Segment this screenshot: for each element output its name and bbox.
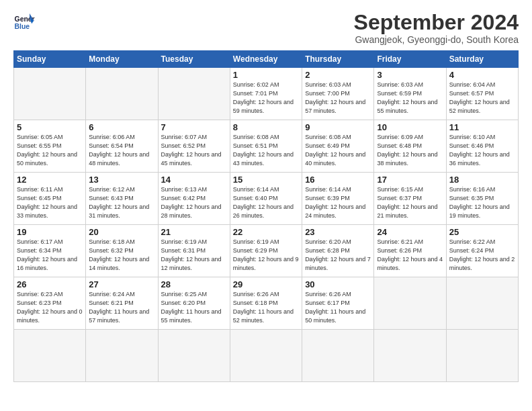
header-sunday: Sunday bbox=[14, 51, 86, 68]
day-number: 23 bbox=[305, 227, 371, 237]
table-row: 14Sunrise: 6:13 AMSunset: 6:42 PMDayligh… bbox=[158, 173, 230, 225]
day-number: 27 bbox=[89, 279, 154, 289]
table-row: 26Sunrise: 6:23 AMSunset: 6:23 PMDayligh… bbox=[14, 277, 86, 330]
header-thursday: Thursday bbox=[302, 51, 374, 68]
day-info: Sunrise: 6:19 AMSunset: 6:29 PMDaylight:… bbox=[233, 238, 299, 273]
calendar-table: Sunday Monday Tuesday Wednesday Thursday… bbox=[13, 50, 519, 382]
day-number: 6 bbox=[89, 122, 154, 132]
day-number: 2 bbox=[305, 70, 371, 80]
table-row: 13Sunrise: 6:12 AMSunset: 6:43 PMDayligh… bbox=[86, 173, 158, 225]
table-row: 18Sunrise: 6:16 AMSunset: 6:35 PMDayligh… bbox=[446, 173, 518, 225]
day-number: 22 bbox=[233, 227, 299, 237]
table-row: 24Sunrise: 6:21 AMSunset: 6:26 PMDayligh… bbox=[374, 225, 446, 277]
table-row bbox=[14, 330, 86, 382]
table-row: 10Sunrise: 6:09 AMSunset: 6:48 PMDayligh… bbox=[374, 120, 446, 173]
day-number: 20 bbox=[89, 227, 154, 237]
day-info: Sunrise: 6:15 AMSunset: 6:37 PMDaylight:… bbox=[377, 185, 443, 220]
day-number: 8 bbox=[233, 122, 299, 132]
day-info: Sunrise: 6:26 AMSunset: 6:18 PMDaylight:… bbox=[233, 290, 299, 325]
day-number: 1 bbox=[233, 70, 299, 80]
calendar-row: 26Sunrise: 6:23 AMSunset: 6:23 PMDayligh… bbox=[14, 277, 519, 330]
header-tuesday: Tuesday bbox=[158, 51, 230, 68]
table-row bbox=[86, 330, 158, 382]
table-row: 8Sunrise: 6:08 AMSunset: 6:51 PMDaylight… bbox=[230, 120, 302, 173]
day-info: Sunrise: 6:08 AMSunset: 6:51 PMDaylight:… bbox=[233, 133, 299, 168]
table-row: 30Sunrise: 6:26 AMSunset: 6:17 PMDayligh… bbox=[302, 277, 374, 330]
table-row bbox=[446, 330, 518, 382]
table-row: 20Sunrise: 6:18 AMSunset: 6:32 PMDayligh… bbox=[86, 225, 158, 277]
header: General Blue September 2024 Gwangjeok, G… bbox=[13, 11, 519, 45]
table-row bbox=[374, 277, 446, 330]
table-row: 7Sunrise: 6:07 AMSunset: 6:52 PMDaylight… bbox=[158, 120, 230, 173]
svg-text:Blue: Blue bbox=[15, 23, 30, 30]
day-number: 7 bbox=[161, 122, 227, 132]
day-number: 29 bbox=[233, 279, 299, 289]
day-number: 16 bbox=[305, 175, 371, 185]
day-number: 11 bbox=[449, 122, 515, 132]
table-row: 17Sunrise: 6:15 AMSunset: 6:37 PMDayligh… bbox=[374, 173, 446, 225]
day-number: 3 bbox=[377, 70, 443, 80]
day-info: Sunrise: 6:05 AMSunset: 6:55 PMDaylight:… bbox=[17, 133, 83, 168]
page: General Blue September 2024 Gwangjeok, G… bbox=[0, 0, 532, 411]
day-number: 30 bbox=[305, 279, 371, 289]
table-row: 27Sunrise: 6:24 AMSunset: 6:21 PMDayligh… bbox=[86, 277, 158, 330]
table-row bbox=[302, 330, 374, 382]
table-row: 15Sunrise: 6:14 AMSunset: 6:40 PMDayligh… bbox=[230, 173, 302, 225]
day-info: Sunrise: 6:26 AMSunset: 6:17 PMDaylight:… bbox=[305, 290, 371, 325]
day-number: 4 bbox=[449, 70, 515, 80]
day-info: Sunrise: 6:06 AMSunset: 6:54 PMDaylight:… bbox=[89, 133, 154, 168]
table-row: 2Sunrise: 6:03 AMSunset: 7:00 PMDaylight… bbox=[302, 68, 374, 120]
day-number: 26 bbox=[17, 279, 83, 289]
table-row: 28Sunrise: 6:25 AMSunset: 6:20 PMDayligh… bbox=[158, 277, 230, 330]
day-number: 25 bbox=[449, 227, 515, 237]
day-info: Sunrise: 6:13 AMSunset: 6:42 PMDaylight:… bbox=[161, 185, 227, 220]
day-info: Sunrise: 6:12 AMSunset: 6:43 PMDaylight:… bbox=[89, 185, 154, 220]
table-row: 1Sunrise: 6:02 AMSunset: 7:01 PMDaylight… bbox=[230, 68, 302, 120]
day-number: 9 bbox=[305, 122, 371, 132]
table-row: 22Sunrise: 6:19 AMSunset: 6:29 PMDayligh… bbox=[230, 225, 302, 277]
table-row: 5Sunrise: 6:05 AMSunset: 6:55 PMDaylight… bbox=[14, 120, 86, 173]
table-row: 29Sunrise: 6:26 AMSunset: 6:18 PMDayligh… bbox=[230, 277, 302, 330]
day-info: Sunrise: 6:03 AMSunset: 7:00 PMDaylight:… bbox=[305, 81, 371, 116]
day-number: 19 bbox=[17, 227, 83, 237]
day-info: Sunrise: 6:17 AMSunset: 6:34 PMDaylight:… bbox=[17, 238, 83, 273]
day-info: Sunrise: 6:02 AMSunset: 7:01 PMDaylight:… bbox=[233, 81, 299, 116]
day-number: 13 bbox=[89, 175, 154, 185]
day-number: 18 bbox=[449, 175, 515, 185]
table-row: 16Sunrise: 6:14 AMSunset: 6:39 PMDayligh… bbox=[302, 173, 374, 225]
header-saturday: Saturday bbox=[446, 51, 518, 68]
day-number: 12 bbox=[17, 175, 83, 185]
day-info: Sunrise: 6:08 AMSunset: 6:49 PMDaylight:… bbox=[305, 133, 371, 168]
table-row: 6Sunrise: 6:06 AMSunset: 6:54 PMDaylight… bbox=[86, 120, 158, 173]
table-row: 12Sunrise: 6:11 AMSunset: 6:45 PMDayligh… bbox=[14, 173, 86, 225]
day-info: Sunrise: 6:07 AMSunset: 6:52 PMDaylight:… bbox=[161, 133, 227, 168]
day-info: Sunrise: 6:16 AMSunset: 6:35 PMDaylight:… bbox=[449, 185, 515, 220]
table-row bbox=[374, 330, 446, 382]
day-number: 15 bbox=[233, 175, 299, 185]
day-info: Sunrise: 6:25 AMSunset: 6:20 PMDaylight:… bbox=[161, 290, 227, 325]
table-row bbox=[14, 68, 86, 120]
day-info: Sunrise: 6:03 AMSunset: 6:59 PMDaylight:… bbox=[377, 81, 443, 116]
day-info: Sunrise: 6:24 AMSunset: 6:21 PMDaylight:… bbox=[89, 290, 154, 325]
header-monday: Monday bbox=[86, 51, 158, 68]
table-row bbox=[158, 330, 230, 382]
day-info: Sunrise: 6:11 AMSunset: 6:45 PMDaylight:… bbox=[17, 185, 83, 220]
day-info: Sunrise: 6:19 AMSunset: 6:31 PMDaylight:… bbox=[161, 238, 227, 273]
day-number: 14 bbox=[161, 175, 227, 185]
calendar-row: 1Sunrise: 6:02 AMSunset: 7:01 PMDaylight… bbox=[14, 68, 519, 120]
day-info: Sunrise: 6:22 AMSunset: 6:24 PMDaylight:… bbox=[449, 238, 515, 273]
day-info: Sunrise: 6:04 AMSunset: 6:57 PMDaylight:… bbox=[449, 81, 515, 116]
header-friday: Friday bbox=[374, 51, 446, 68]
day-number: 5 bbox=[17, 122, 83, 132]
header-wednesday: Wednesday bbox=[230, 51, 302, 68]
logo: General Blue bbox=[13, 11, 35, 32]
day-number: 17 bbox=[377, 175, 443, 185]
table-row: 9Sunrise: 6:08 AMSunset: 6:49 PMDaylight… bbox=[302, 120, 374, 173]
day-info: Sunrise: 6:21 AMSunset: 6:26 PMDaylight:… bbox=[377, 238, 443, 273]
table-row: 11Sunrise: 6:10 AMSunset: 6:46 PMDayligh… bbox=[446, 120, 518, 173]
day-info: Sunrise: 6:23 AMSunset: 6:23 PMDaylight:… bbox=[17, 290, 83, 325]
day-info: Sunrise: 6:20 AMSunset: 6:28 PMDaylight:… bbox=[305, 238, 371, 273]
title-block: September 2024 Gwangjeok, Gyeonggi-do, S… bbox=[354, 11, 519, 45]
month-title: September 2024 bbox=[354, 11, 519, 34]
day-info: Sunrise: 6:14 AMSunset: 6:39 PMDaylight:… bbox=[305, 185, 371, 220]
